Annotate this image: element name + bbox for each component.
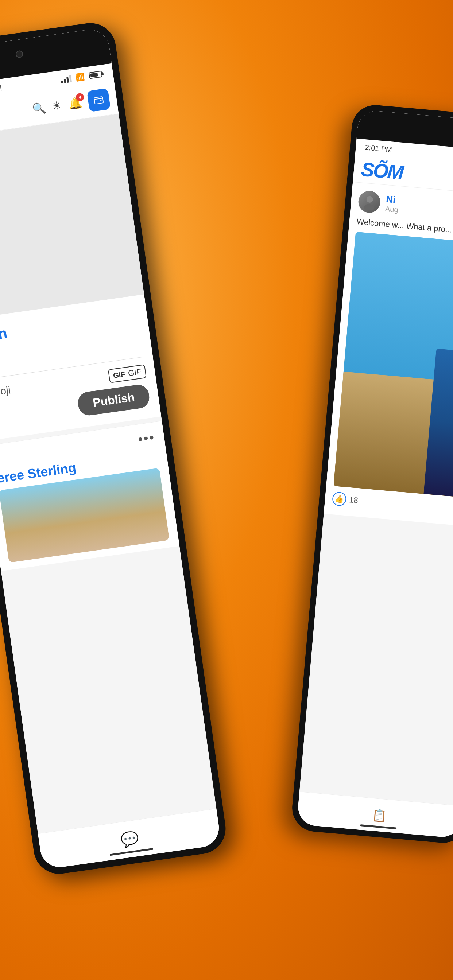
svg-point-3 <box>363 204 374 211</box>
header-icons: 🔍 ☀ 🔔 4 <box>30 88 110 119</box>
wifi-icon: 📶 <box>75 72 85 82</box>
signal-icon <box>60 75 72 84</box>
right-time: 2:01 PM <box>365 143 392 154</box>
battery-icon <box>89 71 102 79</box>
signal-bar-4 <box>69 75 72 83</box>
sun-icon[interactable]: ☀ <box>51 99 63 113</box>
signal-bar-1 <box>61 81 63 84</box>
gif-label: GIF <box>127 367 142 379</box>
wallet-icon <box>93 94 105 106</box>
svg-rect-0 <box>94 96 104 104</box>
post-composer-card: men Emoji GIF GIF E Publish <box>0 294 161 441</box>
search-icon[interactable]: 🔍 <box>31 101 47 116</box>
svg-point-2 <box>366 196 373 203</box>
notification-icon[interactable]: 🔔 4 <box>67 96 83 110</box>
more-options-button[interactable]: ••• <box>137 430 156 447</box>
like-icon: 👍 <box>332 492 347 506</box>
notification-badge: 4 <box>75 92 85 102</box>
right-feed-card: Ni Aug Welcome w... What a pro... lookin… <box>324 182 453 528</box>
gif-button[interactable]: GIF GIF <box>108 364 147 383</box>
right-app-logo: SÕM <box>360 158 404 184</box>
avatar-image <box>360 193 378 211</box>
gif-icon: GIF <box>113 370 126 380</box>
publish-button[interactable]: Publish <box>77 383 151 417</box>
right-author-info: Ni Aug <box>385 194 399 215</box>
battery-fill <box>90 73 98 77</box>
feed-card: ••• eree Sterling <box>0 421 179 571</box>
signal-bar-2 <box>64 79 66 83</box>
wallet-button[interactable] <box>87 88 111 112</box>
right-home-indicator <box>360 824 396 829</box>
emoji-label: Emoji <box>0 384 11 399</box>
svg-point-1 <box>100 100 102 101</box>
right-nav-document-icon[interactable]: 📋 <box>372 808 388 822</box>
content-placeholder <box>0 114 144 320</box>
camera-dot <box>15 50 24 58</box>
status-right-icons: 📶 <box>60 70 102 84</box>
right-author-date: Aug <box>385 205 398 215</box>
chat-nav-icon[interactable]: 💬 <box>120 829 140 849</box>
home-indicator <box>110 848 153 856</box>
right-feed-image <box>333 232 453 499</box>
signal-bar-3 <box>66 77 69 83</box>
right-author-name: Ni <box>386 194 399 206</box>
emoji-button[interactable]: Emoji <box>0 384 11 399</box>
like-count: 18 <box>349 495 359 505</box>
right-avatar <box>357 190 381 214</box>
like-button[interactable]: 👍 18 <box>332 492 359 508</box>
